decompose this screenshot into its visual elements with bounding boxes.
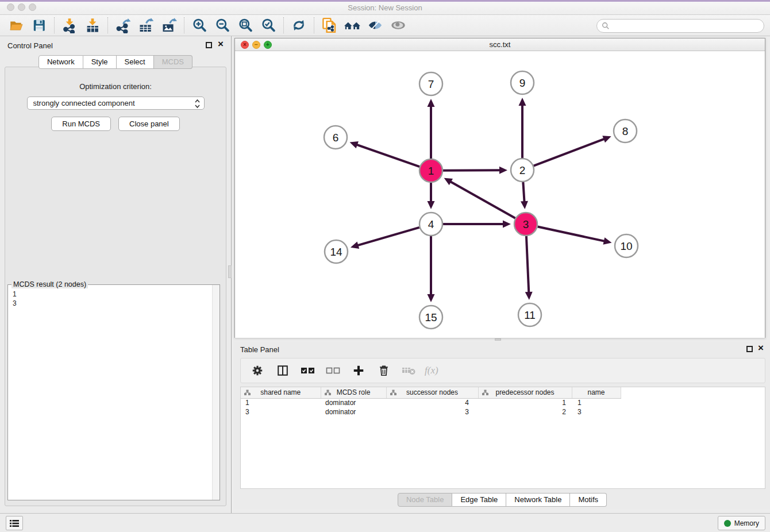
table-cell[interactable]: 3 [386, 407, 478, 417]
graph-edge-1-7[interactable] [428, 99, 435, 159]
task-history-icon[interactable] [6, 516, 23, 530]
graph-node-11[interactable]: 11 [518, 303, 541, 326]
open-session-icon[interactable] [5, 16, 28, 34]
control-panel-tabs: Network Style Select MCDS [0, 55, 231, 69]
zoom-fit-icon[interactable] [234, 16, 257, 34]
graph-edge-4-14[interactable] [351, 228, 419, 249]
graph-node-2[interactable]: 2 [511, 159, 534, 182]
horizontal-splitter-grip[interactable] [495, 338, 501, 341]
graph-node-8[interactable]: 8 [614, 119, 637, 142]
column-header-MCDS-role[interactable]: MCDS role [321, 387, 386, 398]
graph-edge-4-15[interactable] [428, 236, 435, 302]
graph-edge-2-8[interactable] [534, 136, 611, 165]
close-table-panel-icon[interactable]: × [758, 342, 764, 354]
graph-edge-1-6[interactable] [350, 141, 420, 167]
delete-column-icon[interactable] [374, 361, 394, 380]
close-panel-button[interactable]: Close panel [118, 117, 180, 131]
table-toolbar: f(x) [240, 358, 765, 383]
tab-network-table[interactable]: Network Table [506, 493, 570, 507]
tab-select[interactable]: Select [117, 55, 154, 69]
add-column-icon[interactable] [349, 361, 368, 380]
criterion-dropdown[interactable]: strongly connected component [27, 97, 205, 110]
unselect-all-columns-icon[interactable] [324, 361, 343, 380]
graph-node-15[interactable]: 15 [419, 306, 442, 329]
graph-node-7[interactable]: 7 [419, 72, 442, 95]
graph-edge-4-3[interactable] [443, 221, 511, 228]
select-all-columns-icon[interactable] [298, 361, 318, 380]
tab-node-table[interactable]: Node Table [398, 493, 453, 507]
column-label: shared name [260, 388, 301, 396]
table-cell[interactable]: dominator [321, 407, 386, 417]
fx-icon[interactable]: f(x) [425, 365, 438, 376]
table-cell[interactable]: 3 [572, 407, 621, 417]
network-window-titlebar[interactable]: × − + scc.txt [235, 38, 765, 51]
graph-edge-3-1[interactable] [444, 178, 515, 218]
table-cell[interactable]: 1 [241, 398, 321, 407]
table-cell[interactable]: 4 [386, 398, 478, 407]
tab-style[interactable]: Style [83, 55, 117, 69]
graph-node-3[interactable]: 3 [514, 213, 537, 236]
tab-mcds[interactable]: MCDS [154, 55, 192, 69]
node-table-body: 1dominator4113dominator323 [241, 398, 765, 417]
node-table[interactable]: shared nameMCDS rolesuccessor nodesprede… [240, 387, 765, 489]
mcds-result-scrollbar[interactable] [212, 285, 220, 500]
export-image-icon[interactable] [157, 16, 180, 34]
column-header-shared-name[interactable]: shared name [241, 387, 321, 398]
home-icon[interactable] [341, 16, 364, 34]
float-panel-icon[interactable] [206, 42, 212, 48]
panel-splitter-grip[interactable] [228, 265, 232, 278]
column-header-name[interactable]: name [572, 387, 621, 398]
run-mcds-button[interactable]: Run MCDS [51, 117, 111, 131]
svg-text:1: 1 [428, 165, 434, 177]
search-icon [602, 22, 610, 30]
table-cell[interactable]: 2 [478, 407, 572, 417]
memory-button[interactable]: Memory [718, 516, 765, 530]
settings-gear-icon[interactable] [248, 361, 267, 380]
graph-edge-3-11[interactable] [525, 236, 533, 300]
graph-node-4[interactable]: 4 [419, 213, 442, 236]
column-header-predecessor-nodes[interactable]: predecessor nodes [478, 387, 572, 398]
table-cell[interactable]: 3 [241, 407, 321, 417]
graph-node-6[interactable]: 6 [324, 126, 347, 149]
graph-node-1[interactable]: 1 [419, 159, 442, 182]
refresh-icon[interactable] [287, 16, 310, 34]
graph-node-10[interactable]: 10 [615, 234, 638, 257]
network-canvas[interactable]: 7968124314101511 [235, 51, 765, 338]
graph-edge-2-9[interactable] [519, 98, 526, 158]
table-cell[interactable]: 1 [478, 398, 572, 407]
split-columns-icon[interactable] [273, 361, 292, 380]
zoom-selected-icon[interactable] [257, 16, 280, 34]
import-table-icon[interactable] [81, 16, 104, 34]
mcds-result-text[interactable]: 13 [8, 286, 211, 500]
graph-edge-1-4[interactable] [428, 183, 435, 209]
import-network-icon[interactable] [58, 16, 81, 34]
close-panel-icon[interactable]: × [218, 38, 224, 50]
network-graph[interactable]: 7968124314101511 [235, 51, 765, 338]
export-network-icon[interactable] [111, 16, 134, 34]
graph-edge-3-10[interactable] [538, 226, 612, 244]
search-input[interactable] [613, 22, 764, 30]
zoom-out-icon[interactable] [211, 16, 234, 34]
tab-network[interactable]: Network [38, 55, 83, 69]
hide-eye-icon[interactable] [364, 16, 387, 34]
graph-node-14[interactable]: 14 [325, 240, 348, 263]
zoom-in-icon[interactable] [188, 16, 211, 34]
network-window: × − + scc.txt 7968124314101511 [234, 38, 765, 338]
float-table-panel-icon[interactable] [746, 346, 753, 352]
graph-edge-1-2[interactable] [443, 167, 507, 174]
graph-node-9[interactable]: 9 [511, 71, 534, 94]
network-file-icon[interactable] [318, 16, 341, 34]
delete-table-icon[interactable] [399, 361, 419, 380]
table-cell[interactable]: dominator [321, 398, 386, 407]
search-box[interactable] [596, 19, 764, 33]
show-eye-icon[interactable] [387, 16, 410, 34]
export-table-icon[interactable] [134, 16, 157, 34]
table-row[interactable]: 3dominator323 [241, 407, 765, 417]
tab-motifs[interactable]: Motifs [570, 493, 607, 507]
column-header-successor-nodes[interactable]: successor nodes [386, 387, 478, 398]
tab-edge-table[interactable]: Edge Table [452, 493, 506, 507]
table-cell[interactable]: 1 [572, 398, 621, 407]
table-row[interactable]: 1dominator411 [241, 398, 765, 407]
graph-edge-2-3[interactable] [521, 182, 528, 209]
save-session-icon[interactable] [28, 16, 51, 34]
